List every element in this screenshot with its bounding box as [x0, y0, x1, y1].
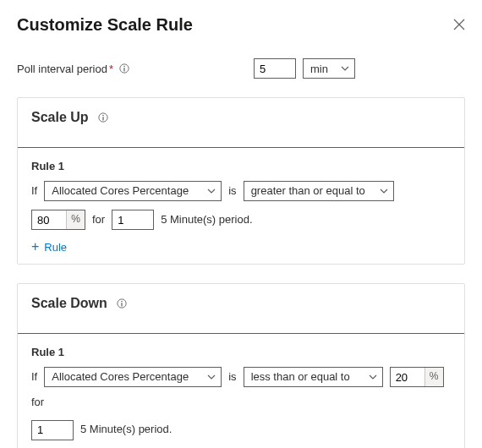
threshold-input-wrap: %	[390, 367, 444, 387]
info-icon[interactable]	[97, 112, 109, 123]
scale-down-section: Scale Down Rule 1 If Allocated Cores Per…	[17, 283, 465, 448]
svg-rect-8	[121, 303, 122, 306]
add-rule-label: Rule	[44, 241, 67, 254]
for-text: for	[31, 394, 44, 412]
metric-value: Allocated Cores Percentage	[52, 183, 189, 200]
chevron-down-icon	[207, 373, 216, 381]
close-icon[interactable]	[453, 19, 465, 30]
plus-icon: +	[31, 240, 39, 254]
for-text: for	[92, 211, 105, 229]
scale-up-title: Scale Up	[31, 110, 89, 125]
threshold-input-wrap: %	[31, 210, 85, 230]
rule-label: Rule 1	[31, 346, 451, 358]
page-title: Customize Scale Rule	[17, 15, 193, 35]
threshold-input[interactable]	[32, 210, 66, 229]
add-rule-button[interactable]: + Rule	[31, 240, 451, 254]
poll-interval-label: Poll interval period	[17, 63, 107, 75]
operator-select[interactable]: greater than or equal to	[244, 181, 394, 201]
svg-point-7	[121, 301, 123, 303]
threshold-input[interactable]	[391, 368, 424, 386]
period-count-input[interactable]	[112, 210, 154, 230]
is-text: is	[228, 369, 236, 386]
metric-select[interactable]: Allocated Cores Percentage	[44, 367, 222, 387]
period-text: 5 Minute(s) period.	[80, 421, 172, 439]
scale-down-title: Scale Down	[31, 296, 107, 311]
chevron-down-icon	[207, 187, 216, 195]
required-marker: *	[109, 63, 113, 75]
info-icon[interactable]	[118, 63, 130, 74]
if-text: If	[31, 183, 37, 200]
rule-label: Rule 1	[31, 160, 451, 172]
operator-value: less than or equal to	[251, 369, 350, 386]
metric-select[interactable]: Allocated Cores Percentage	[44, 181, 222, 201]
operator-select[interactable]: less than or equal to	[244, 367, 383, 387]
info-icon[interactable]	[116, 298, 128, 309]
chevron-down-icon	[380, 187, 388, 195]
metric-value: Allocated Cores Percentage	[52, 369, 189, 386]
period-count-input[interactable]	[31, 420, 74, 440]
period-text: 5 Minute(s) period.	[161, 211, 252, 229]
poll-interval-input[interactable]	[254, 58, 296, 79]
is-text: is	[228, 183, 236, 200]
svg-point-4	[102, 115, 104, 117]
scale-up-section: Scale Up Rule 1 If Allocated Cores Perce…	[17, 97, 465, 265]
if-text: If	[31, 369, 37, 386]
percent-unit: %	[66, 210, 85, 229]
chevron-down-icon	[341, 64, 349, 73]
chevron-down-icon	[369, 373, 377, 381]
svg-rect-2	[123, 68, 124, 71]
svg-point-1	[123, 66, 125, 68]
operator-value: greater than or equal to	[251, 183, 365, 200]
poll-unit-value: min	[310, 63, 328, 75]
poll-unit-select[interactable]: min	[303, 58, 355, 79]
percent-unit: %	[424, 368, 443, 386]
svg-rect-5	[102, 117, 103, 120]
